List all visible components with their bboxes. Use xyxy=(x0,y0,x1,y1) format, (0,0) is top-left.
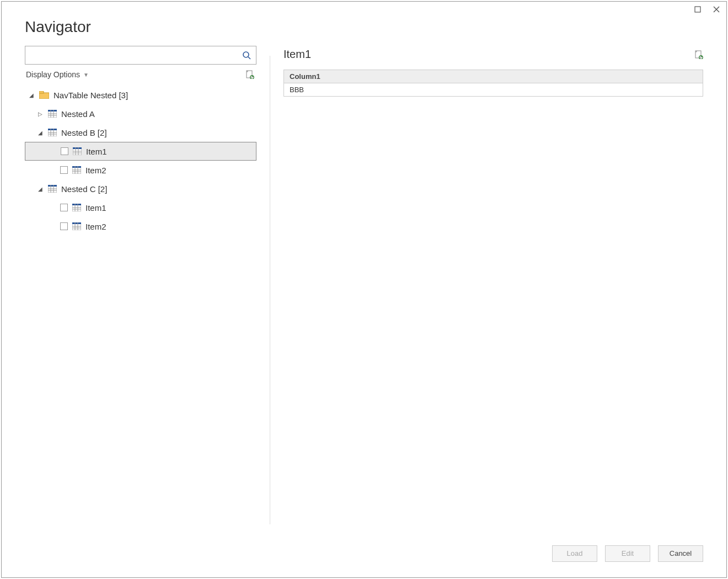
tree-leaf-item2-c[interactable]: Item2 xyxy=(25,217,256,236)
dialog-body: Display Options ▼ ◢ NavTable Nested [3] … xyxy=(2,46,726,534)
checkbox[interactable] xyxy=(60,204,68,211)
refresh-preview-icon[interactable] xyxy=(694,50,703,59)
svg-rect-16 xyxy=(48,129,57,130)
dialog-title: Navigator xyxy=(25,18,703,36)
vertical-divider xyxy=(270,56,270,524)
collapse-icon[interactable]: ◢ xyxy=(37,129,44,136)
chevron-down-icon: ▼ xyxy=(83,72,89,78)
load-button[interactable]: Load xyxy=(552,545,597,562)
display-options-dropdown[interactable]: Display Options ▼ xyxy=(26,70,89,79)
tree-leaf-item1[interactable]: Item1 xyxy=(25,142,256,161)
table-cell: BBB xyxy=(284,83,703,97)
edit-button[interactable]: Edit xyxy=(605,545,650,562)
table-row[interactable]: BBB xyxy=(284,83,703,97)
column-header[interactable]: Column1 xyxy=(284,70,703,83)
tree-label: NavTable Nested [3] xyxy=(53,91,128,100)
cancel-button[interactable]: Cancel xyxy=(658,545,703,562)
checkbox[interactable] xyxy=(61,147,68,155)
tree-label: Nested B [2] xyxy=(61,128,107,137)
preview-title: Item1 xyxy=(283,48,311,61)
refresh-icon[interactable] xyxy=(245,70,254,79)
table-icon xyxy=(73,147,82,155)
preview-table: Column1 BBB xyxy=(283,70,703,97)
maximize-button[interactable] xyxy=(693,5,702,14)
svg-rect-8 xyxy=(39,91,44,93)
close-button[interactable] xyxy=(712,5,721,14)
navigator-dialog: Navigator Display Options ▼ xyxy=(1,1,727,578)
search-box[interactable] xyxy=(25,46,256,65)
titlebar xyxy=(2,2,726,14)
dialog-header: Navigator xyxy=(2,14,726,46)
svg-rect-46 xyxy=(72,222,81,224)
svg-rect-10 xyxy=(48,110,57,111)
svg-line-4 xyxy=(248,57,250,59)
svg-rect-7 xyxy=(39,93,49,99)
tree-label: Nested A xyxy=(61,109,95,119)
dialog-footer: Load Edit Cancel xyxy=(2,534,726,577)
tree-label: Item1 xyxy=(86,147,107,156)
collapse-icon[interactable]: ◢ xyxy=(37,185,44,192)
tree-node-nested-a[interactable]: ▷ Nested A xyxy=(25,104,256,123)
toggle-spacer xyxy=(49,204,56,211)
svg-rect-0 xyxy=(695,7,700,12)
table-icon xyxy=(72,166,81,174)
folder-icon xyxy=(39,91,49,99)
tree-leaf-item1-c[interactable]: Item1 xyxy=(25,198,256,217)
collapse-icon[interactable]: ◢ xyxy=(28,92,35,98)
checkbox[interactable] xyxy=(60,166,68,174)
expand-icon[interactable]: ▷ xyxy=(37,110,44,117)
table-icon xyxy=(48,129,57,136)
preview-header: Item1 xyxy=(283,46,703,70)
tree-label: Item1 xyxy=(85,203,106,213)
tree-label: Item2 xyxy=(85,166,106,175)
tree-label: Item2 xyxy=(85,222,106,231)
preview-panel: Item1 Column1 BBB xyxy=(283,46,703,534)
display-options-label: Display Options xyxy=(26,70,80,79)
tree-root[interactable]: ◢ NavTable Nested [3] xyxy=(25,86,256,104)
navigation-tree: ◢ NavTable Nested [3] ▷ Nested A ◢ xyxy=(25,86,256,236)
svg-rect-34 xyxy=(48,185,57,187)
tree-node-nested-b[interactable]: ◢ Nested B [2] xyxy=(25,123,256,142)
toolbar-row: Display Options ▼ xyxy=(25,65,256,82)
svg-rect-22 xyxy=(73,147,82,149)
checkbox[interactable] xyxy=(60,222,68,230)
search-input[interactable] xyxy=(30,51,242,60)
svg-rect-40 xyxy=(72,204,81,205)
svg-point-3 xyxy=(243,52,249,57)
search-icon[interactable] xyxy=(242,50,251,60)
tree-node-nested-c[interactable]: ◢ Nested C [2] xyxy=(25,179,256,198)
tree-leaf-item2[interactable]: Item2 xyxy=(25,161,256,179)
toggle-spacer xyxy=(49,223,56,230)
tree-label: Nested C [2] xyxy=(61,184,107,194)
left-panel: Display Options ▼ ◢ NavTable Nested [3] … xyxy=(25,46,256,534)
table-icon xyxy=(48,110,57,118)
table-icon xyxy=(72,204,81,211)
toggle-spacer xyxy=(50,148,56,155)
table-icon xyxy=(72,222,81,230)
svg-rect-28 xyxy=(72,166,81,168)
table-icon xyxy=(48,185,57,193)
toggle-spacer xyxy=(49,167,56,173)
